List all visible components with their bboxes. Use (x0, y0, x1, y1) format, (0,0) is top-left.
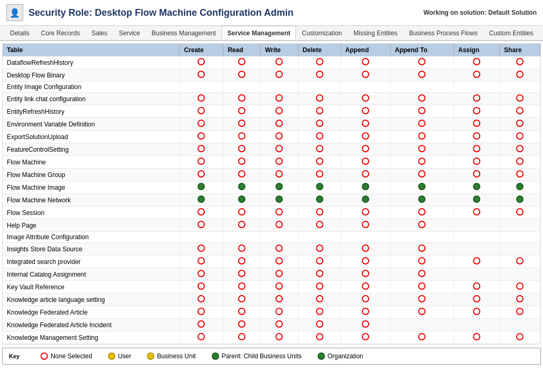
permission-circle[interactable] (473, 282, 480, 290)
permission-circle[interactable] (362, 94, 369, 102)
permission-circle[interactable] (418, 94, 426, 102)
cell-assign[interactable] (454, 69, 500, 82)
cell-create[interactable] (180, 331, 223, 344)
cell-assign[interactable] (454, 105, 500, 118)
permission-circle[interactable] (275, 320, 283, 328)
permission-circle[interactable] (238, 132, 245, 140)
cell-write[interactable] (261, 194, 298, 207)
cell-append[interactable] (341, 268, 390, 281)
permission-circle[interactable] (238, 333, 245, 340)
cell-write[interactable] (261, 256, 298, 268)
permission-circle[interactable] (418, 58, 426, 65)
cell-create[interactable] (180, 194, 223, 207)
cell-appendTo[interactable] (390, 105, 453, 118)
cell-share[interactable] (500, 93, 540, 105)
tab-business-management[interactable]: Business Management (146, 26, 222, 41)
permission-circle[interactable] (316, 183, 323, 190)
permission-circle[interactable] (198, 71, 205, 78)
permission-circle[interactable] (418, 308, 426, 315)
cell-write[interactable] (261, 181, 298, 194)
cell-write[interactable] (261, 156, 298, 169)
cell-read[interactable] (223, 293, 261, 306)
permission-circle[interactable] (198, 308, 205, 315)
permission-circle[interactable] (238, 158, 245, 165)
cell-read[interactable] (223, 169, 261, 181)
cell-delete[interactable] (298, 82, 341, 93)
permission-circle[interactable] (198, 158, 205, 165)
cell-create[interactable] (180, 156, 223, 169)
permission-circle[interactable] (275, 58, 283, 65)
permission-circle[interactable] (275, 145, 283, 152)
permission-circle[interactable] (418, 333, 426, 340)
cell-assign[interactable] (454, 281, 500, 293)
cell-delete[interactable] (298, 219, 341, 232)
permission-circle[interactable] (516, 94, 524, 102)
permission-circle[interactable] (198, 94, 205, 102)
permission-circle[interactable] (418, 120, 426, 127)
permission-circle[interactable] (362, 282, 369, 290)
cell-append[interactable] (341, 319, 390, 331)
cell-read[interactable] (223, 82, 261, 93)
cell-create[interactable] (180, 69, 223, 82)
cell-append[interactable] (341, 207, 390, 219)
permission-circle[interactable] (473, 170, 480, 178)
cell-delete[interactable] (298, 207, 341, 219)
permission-circle[interactable] (516, 183, 524, 190)
cell-append[interactable] (341, 131, 390, 143)
permission-circle[interactable] (516, 333, 524, 340)
cell-create[interactable] (180, 105, 223, 118)
cell-create[interactable] (180, 243, 223, 256)
cell-write[interactable] (261, 56, 298, 69)
cell-delete[interactable] (298, 293, 341, 306)
permission-circle[interactable] (418, 221, 426, 228)
cell-share[interactable] (500, 131, 540, 143)
permission-circle[interactable] (238, 183, 245, 190)
tab-custom-entities[interactable]: Custom Entities (483, 26, 539, 41)
cell-write[interactable] (261, 131, 298, 143)
cell-read[interactable] (223, 69, 261, 82)
cell-read[interactable] (223, 306, 261, 319)
permission-circle[interactable] (516, 282, 524, 290)
cell-appendTo[interactable] (390, 306, 453, 319)
permission-circle[interactable] (516, 71, 524, 78)
cell-create[interactable] (180, 268, 223, 281)
cell-appendTo[interactable] (390, 256, 453, 268)
cell-create[interactable] (180, 118, 223, 131)
permission-circle[interactable] (316, 170, 323, 178)
permission-circle[interactable] (473, 333, 480, 340)
cell-append[interactable] (341, 169, 390, 181)
permission-circle[interactable] (362, 270, 369, 277)
cell-read[interactable] (223, 331, 261, 344)
permission-circle[interactable] (516, 257, 524, 264)
cell-append[interactable] (341, 93, 390, 105)
cell-delete[interactable] (298, 331, 341, 344)
permission-circle[interactable] (238, 94, 245, 102)
permission-circle[interactable] (362, 333, 369, 340)
cell-read[interactable] (223, 194, 261, 207)
permission-circle[interactable] (362, 257, 369, 264)
cell-assign[interactable] (454, 207, 500, 219)
cell-appendTo[interactable] (390, 293, 453, 306)
permission-circle[interactable] (516, 208, 524, 215)
cell-assign[interactable] (454, 256, 500, 268)
permission-circle[interactable] (238, 120, 245, 127)
table-container[interactable]: Table Create Read Write Delete Append Ap… (2, 43, 541, 345)
permission-circle[interactable] (516, 295, 524, 302)
cell-write[interactable] (261, 281, 298, 293)
permission-circle[interactable] (418, 282, 426, 290)
permission-circle[interactable] (362, 295, 369, 302)
cell-assign[interactable] (454, 181, 500, 194)
permission-circle[interactable] (316, 132, 323, 140)
permission-circle[interactable] (275, 270, 283, 277)
cell-append[interactable] (341, 118, 390, 131)
cell-delete[interactable] (298, 105, 341, 118)
cell-appendTo[interactable] (390, 319, 453, 331)
cell-share[interactable] (500, 105, 540, 118)
cell-delete[interactable] (298, 256, 341, 268)
cell-append[interactable] (341, 293, 390, 306)
permission-circle[interactable] (362, 145, 369, 152)
permission-circle[interactable] (516, 308, 524, 315)
permission-circle[interactable] (238, 145, 245, 152)
cell-assign[interactable] (454, 194, 500, 207)
cell-appendTo[interactable] (390, 82, 453, 93)
